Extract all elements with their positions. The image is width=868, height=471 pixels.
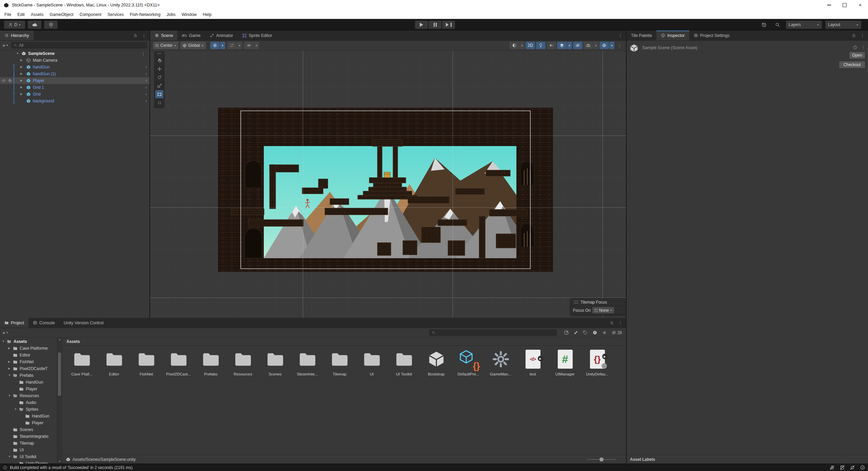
tree-row[interactable]: ▼ Sprites <box>0 406 57 413</box>
rect-tool-button[interactable] <box>155 90 163 98</box>
foldout-expanded-icon[interactable]: ▼ <box>8 374 11 377</box>
tree-row[interactable]: HandGun <box>0 379 57 386</box>
prefab-open-chevron[interactable]: › <box>145 85 147 90</box>
tab-scene[interactable]: Scene <box>150 30 177 40</box>
scene-lighting-toggle[interactable] <box>536 42 546 49</box>
asset-item-folder[interactable]: Resources <box>227 348 259 382</box>
debugger-detached-icon[interactable] <box>829 465 835 470</box>
menu-window[interactable]: Window <box>179 10 200 19</box>
measure-tool-toggle[interactable] <box>244 42 254 49</box>
custom-tools-button[interactable] <box>155 99 163 107</box>
cache-server-disconnected-icon[interactable] <box>840 465 845 470</box>
tree-row[interactable]: UnityTheme <box>0 460 57 464</box>
scroll-down-icon[interactable]: ▼ <box>57 459 62 464</box>
close-button[interactable]: × <box>852 0 868 10</box>
gizmos-dropdown[interactable]: ▼ <box>609 42 614 49</box>
foldout-collapsed-icon[interactable]: ▶ <box>20 73 22 75</box>
pause-button[interactable] <box>429 21 441 29</box>
foldout-expanded-icon[interactable]: ▼ <box>14 408 17 411</box>
background-tasks-done-icon[interactable] <box>860 465 865 470</box>
account-dropdown[interactable]: D ▼ <box>4 21 25 29</box>
foldout-expanded-icon[interactable]: ▼ <box>8 455 11 458</box>
minimize-button[interactable] <box>821 0 837 10</box>
lock-icon[interactable] <box>852 33 856 38</box>
tree-row[interactable]: Player <box>0 386 57 392</box>
open-button[interactable]: Open <box>849 52 865 59</box>
step-button[interactable] <box>442 21 455 29</box>
tab-project-settings[interactable]: Project Settings <box>689 30 734 40</box>
prefab-open-chevron[interactable]: › <box>145 98 147 103</box>
foldout-expanded-icon[interactable]: ▼ <box>16 52 19 55</box>
asset-item-folder[interactable]: SteamInte... <box>291 348 323 382</box>
favorites-star-icon[interactable] <box>602 330 607 335</box>
project-search-input[interactable] <box>429 329 557 336</box>
tree-row[interactable]: Tilemap <box>0 440 57 447</box>
tab-project[interactable]: Project <box>0 318 28 328</box>
scrollbar-thumb[interactable] <box>58 352 61 396</box>
focus-on-dropdown[interactable]: None ▼ <box>592 307 614 313</box>
asset-item-scene[interactable]: Bootstrap <box>420 348 452 382</box>
scene-canvas[interactable]: ••• Tilemap Focus Focus On Non <box>150 51 626 318</box>
hierarchy-row-player[interactable]: ▶ Player › <box>0 77 150 84</box>
filter-by-type-icon[interactable] <box>573 330 578 335</box>
menu-assets[interactable]: Assets <box>28 10 47 19</box>
menu-file[interactable]: File <box>1 10 14 19</box>
menu-component[interactable]: Component <box>76 10 104 19</box>
kebab-menu-icon[interactable]: ⋮ <box>618 33 623 38</box>
kebab-menu-icon[interactable]: ⋮ <box>142 33 146 38</box>
rotate-tool-button[interactable] <box>155 73 163 81</box>
foldout-collapsed-icon[interactable]: ▶ <box>8 347 10 350</box>
tab-sprite-editor[interactable]: Sprite Editor <box>238 30 277 40</box>
scale-tool-button[interactable] <box>155 82 163 90</box>
foldout-expanded-icon[interactable]: ▼ <box>8 394 11 397</box>
menu-services[interactable]: Services <box>104 10 127 19</box>
tree-row[interactable]: ▼ UI Toolkit <box>0 453 57 460</box>
tree-row[interactable]: ▼ Resources <box>0 392 57 399</box>
hierarchy-row-grid-1[interactable]: ▶ Grid 1 › <box>0 84 150 91</box>
asset-item-folder[interactable]: Cave Platf... <box>66 348 98 382</box>
hierarchy-search-input[interactable]: All <box>11 42 147 48</box>
prefab-open-chevron[interactable]: › <box>145 64 147 69</box>
tree-row[interactable]: UI <box>0 447 57 453</box>
prefab-open-chevron[interactable]: › <box>145 71 147 76</box>
hierarchy-row-background[interactable]: background › <box>0 98 150 104</box>
kebab-menu-icon[interactable]: ⋮ <box>618 320 623 325</box>
eye-icon[interactable] <box>1 78 6 83</box>
tree-row[interactable]: Audio <box>0 399 57 406</box>
draw-mode-dropdown[interactable]: ▼ <box>519 42 525 49</box>
tree-row[interactable]: HandGun <box>0 413 57 419</box>
gizmos-toggle[interactable] <box>599 42 609 49</box>
overlay-drag-handle[interactable]: ••• <box>155 53 163 56</box>
scroll-up-icon[interactable]: ▲ <box>57 337 62 342</box>
foldout-collapsed-icon[interactable]: ▶ <box>20 93 22 96</box>
asset-item-folder[interactable]: Tilemap <box>323 348 356 382</box>
filter-importance-icon[interactable] <box>592 330 597 335</box>
kebab-menu-icon[interactable]: ⋮ <box>861 45 865 50</box>
asset-item-script[interactable]: # UIManager <box>549 348 581 382</box>
scene-effects-toggle[interactable] <box>557 42 567 49</box>
overlay-drag-handle[interactable] <box>574 301 578 303</box>
tree-row[interactable]: ▶ FishNet <box>0 359 57 365</box>
camera-settings-dropdown[interactable]: ▼ <box>593 42 598 49</box>
checkout-button[interactable]: Checkout <box>839 61 865 68</box>
icon-zoom-slider[interactable] <box>587 459 616 460</box>
menu-fish-networking[interactable]: Fish-Networking <box>127 10 163 19</box>
project-create-button[interactable]: +▼ <box>2 330 8 335</box>
status-message[interactable]: Build completed with a result of 'Succee… <box>10 465 133 470</box>
hidden-packages-toggle[interactable]: 28 <box>611 330 622 335</box>
tab-inspector[interactable]: Inspector <box>656 30 689 40</box>
tab-hierarchy[interactable]: Hierarchy <box>0 30 34 40</box>
version-control-button[interactable] <box>44 21 58 29</box>
hierarchy-row-main-camera[interactable]: ▶ Main Camera <box>0 57 150 64</box>
asset-item-folder[interactable]: UI Toolkit <box>388 348 420 382</box>
hierarchy-create-button[interactable]: +▼ <box>2 42 8 48</box>
hierarchy-row-handgun-1[interactable]: ▶ handGun (1) › <box>0 70 150 77</box>
help-icon[interactable] <box>853 45 857 50</box>
asset-item-script[interactable]: </> ▶ test <box>517 348 549 382</box>
slider-thumb[interactable] <box>599 457 604 462</box>
foldout-collapsed-icon[interactable]: ▶ <box>8 367 10 370</box>
tree-row[interactable]: Player <box>0 419 57 426</box>
auto-refresh-off-icon[interactable] <box>850 465 855 470</box>
breadcrumb-path[interactable]: Assets/Scenes/SampleScene.unity <box>73 457 136 462</box>
undo-history-button[interactable] <box>759 21 769 29</box>
